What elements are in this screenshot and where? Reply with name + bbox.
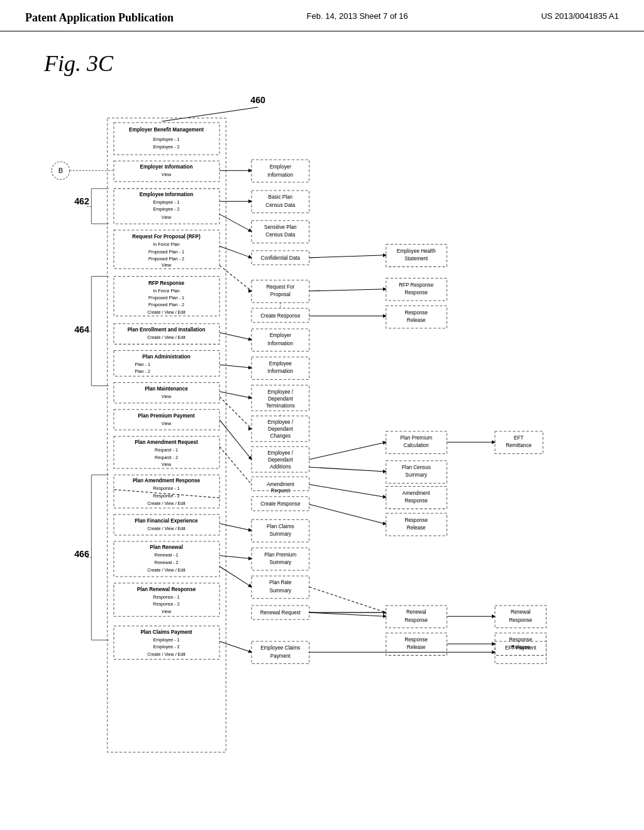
right-renewal-release-l2: Release [407, 645, 426, 650]
mid-emp-info-admin-l2: Information [267, 368, 293, 374]
plan-amend-req-r2: Request - 2 [155, 455, 178, 460]
diagram-area: 460 Employer Benefit Management Employee… [0, 89, 644, 783]
mid-emp-info-admin-l1: Employee [269, 361, 292, 367]
conn-renewal-rate [219, 567, 252, 587]
conn-amend-req-resp [309, 484, 386, 497]
far-renewal-resp-l2: Response [509, 617, 532, 623]
right-rfp-release-l2: Release [407, 318, 426, 323]
employer-employee1: Employee - 1 [153, 137, 180, 142]
mid-rfp-create-label: Create Response [260, 313, 301, 319]
conn-confidential [219, 246, 252, 258]
header-patent: US 2013/0041835 A1 [541, 11, 619, 21]
plan-enrollment-label: Plan Enrollment and Installation [128, 327, 206, 333]
employee-info-label: Employee Information [140, 192, 193, 197]
diagram-svg: 460 Employer Benefit Management Employee… [0, 89, 644, 781]
conn-emp-health [309, 255, 386, 258]
far-eft-remittance-l2: Remittance [506, 443, 532, 448]
conn-renewal-premium [219, 555, 252, 558]
conn-rfp-mid [219, 265, 252, 291]
right-premium-calc-l1: Plan Premium [400, 435, 432, 441]
conn-enrollment-emp [219, 333, 252, 340]
rfp-response-label: RFP Response [148, 280, 185, 286]
mid-claims-payment-l2: Payment [270, 653, 291, 659]
plan-admin-plan2: Plan - 2 [135, 369, 151, 374]
far-renewal-release-l1: Response [509, 637, 532, 643]
right-amend-release-l2: Release [407, 525, 426, 531]
plan-renewal-r1: Renewal - 1 [155, 553, 179, 558]
right-rfp-resp-l1: RFP Response [399, 282, 433, 288]
mid-amend-req-label2: Request [271, 488, 291, 494]
header-title: Patent Application Publication [25, 11, 174, 25]
mid-rfp-l1: Request For [266, 284, 294, 290]
mid-emp-dep-changes-l2: Dependant [268, 426, 293, 432]
right-premium-calc-l2: Calculation [404, 443, 429, 448]
conn-sensitive-plan [219, 214, 252, 232]
rfp-plan2: Proposed Plan - 2 [148, 257, 184, 262]
employer-info-label: Employer Information [140, 164, 193, 170]
plan-claims-emp1: Employee - 1 [153, 638, 180, 643]
plan-amend-resp-create: Create / View / Edit [147, 501, 186, 506]
mid-emp-info-enrollment-l2: Information [267, 341, 293, 346]
plan-admin-plan1: Plan - 1 [135, 362, 151, 367]
plan-claims-payment-label: Plan Claims Payment [140, 629, 192, 635]
mid-emp-dep-additions-l1: Employee / [267, 450, 293, 456]
mid-emp-dep-term-l1: Employee / [267, 389, 293, 395]
mid-basic-plan-l2: Census Data [265, 202, 295, 208]
right-amend-resp-l2: Response [404, 498, 428, 504]
plan-renewal-create: Create / View / Edit [147, 568, 186, 573]
conn-amend-create-release [309, 504, 386, 524]
right-renewal-resp-l2: Response [404, 617, 428, 623]
mid-rate-summary-l1: Plan Rate [269, 580, 292, 585]
conn-rfp-right [309, 289, 386, 291]
right-rfp-resp-l2: Response [404, 290, 428, 296]
conn-rate-renewal-req [309, 587, 386, 612]
rfp-resp-create: Create / View / Edit [147, 310, 186, 315]
mid-employer-info-l2: Information [267, 172, 293, 178]
mid-employer-info-l1: Employer [270, 164, 292, 170]
plan-amend-resp-r2: Response - 2 [153, 494, 179, 499]
plan-amend-req-view: View [162, 462, 172, 467]
plan-maintenance-view: View [162, 394, 172, 399]
right-rfp-release-l1: Response [404, 310, 428, 316]
employer-info-view: View [162, 172, 172, 177]
right-census-summary-l1: Plan Census [402, 465, 431, 470]
employee-info-view: View [162, 215, 172, 220]
plan-premium-label: Plan Premium Payment [138, 413, 195, 419]
mid-claims-summary-l2: Summary [269, 531, 292, 537]
mid-claims-summary-l1: Plan Claims [267, 524, 294, 529]
right-renewal-release-l1: Response [404, 637, 428, 643]
far-eft-payment-l1: EFT Payment [505, 645, 536, 651]
ref-460: 460 [250, 95, 265, 105]
rfp-inforce: In Force Plan [153, 242, 179, 247]
mid-emp-info-enrollment-l1: Employer [270, 333, 292, 338]
employee-info-emp1: Employee - 1 [153, 200, 180, 205]
plan-renewal-label: Plan Renewal [150, 545, 182, 550]
employer-employee2: Employee - 2 [153, 145, 180, 150]
plan-renewal-resp-r2: Response - 2 [153, 602, 179, 607]
mid-claims-payment-l1: Employee Claims [260, 645, 300, 651]
rfp-resp-plan2: Proposed Plan - 2 [148, 302, 184, 307]
mid-rfp-l2: Proposal [270, 292, 291, 297]
plan-financial-create: Create / View / Edit [147, 526, 186, 531]
conn-renewal-req-resp [309, 612, 386, 616]
plan-enrollment-create: Create / View / Edit [147, 335, 186, 340]
conn-amend-req-mid [219, 446, 252, 484]
rfp-plan1: Proposed Plan - 1 [148, 250, 184, 255]
conn-maint-term [219, 392, 252, 398]
mid-emp-dep-term-l2: Dependant [268, 396, 293, 402]
plan-premium-view: View [162, 421, 172, 426]
mid-sensitive-plan-l1: Sensitive Plan [264, 224, 296, 230]
right-emp-health-l2: Statement [404, 256, 428, 262]
plan-maintenance-label: Plan Maintenance [145, 386, 188, 392]
plan-claims-create: Create / View / Edit [147, 652, 186, 657]
conn-premium-additions [219, 420, 252, 460]
plan-renewal-r2: Renewal - 2 [155, 560, 179, 565]
mid-rate-summary-l2: Summary [269, 588, 292, 594]
rfp-view: View [162, 263, 172, 268]
right-emp-health-l1: Employee Health [397, 248, 436, 254]
conn-financial-claims [219, 524, 252, 531]
ref-462: 462 [74, 196, 89, 206]
mid-amend-create-label: Create Response [260, 501, 301, 507]
plan-admin-label: Plan Administration [142, 354, 190, 360]
right-amend-resp-l1: Amendment [402, 490, 431, 496]
